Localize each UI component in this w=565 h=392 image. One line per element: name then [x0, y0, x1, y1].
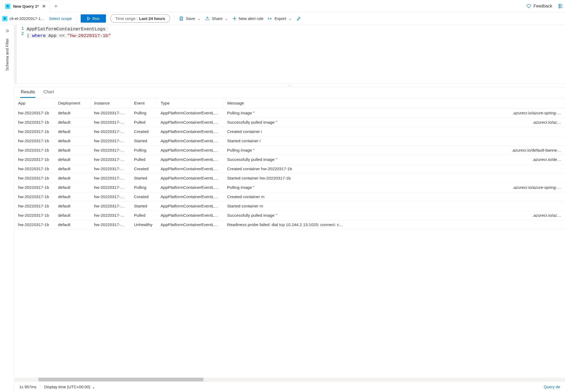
- message-text: Successfully pulled image ": [227, 213, 277, 218]
- run-label: Run: [92, 16, 100, 21]
- table-row[interactable]: hw-20220317-1bdefaulthw-20220317-1…Pulle…: [14, 211, 565, 220]
- table-row[interactable]: hw-20220317-1bdefaulthw-20220317-1…Creat…: [14, 192, 565, 202]
- schema-filter-label[interactable]: Schema and Filter: [5, 38, 9, 145]
- expand-panel-icon[interactable]: [5, 29, 9, 33]
- table-row[interactable]: hw-20220317-1bdefaulthw-20220317-1…Pulle…: [14, 118, 565, 127]
- cell-event: Created: [130, 164, 157, 174]
- table-row[interactable]: hw-20220317-1bdefaulthw-20220317-1…Start…: [14, 174, 565, 183]
- cell-instance: hw-20220317-1…: [90, 146, 130, 155]
- col-header-type[interactable]: Type: [157, 98, 223, 109]
- time-range-value: Last 24 hours: [139, 16, 165, 21]
- message-extra: .azurecr.io/azure-spring-…: [513, 185, 561, 190]
- table-row[interactable]: hw-20220317-1bdefaulthw-20220317-1…Start…: [14, 202, 565, 211]
- cell-deployment: default: [54, 174, 90, 183]
- code-token-keyword: where: [32, 33, 46, 38]
- message-extra: .azurecr.io/default-banne…: [511, 148, 561, 153]
- close-tab-icon[interactable]: ✕: [42, 3, 46, 9]
- table-row[interactable]: hw-20220317-1bdefaulthw-20220317-1…Start…: [14, 136, 565, 146]
- tab-title: New Query 1*: [13, 4, 39, 9]
- table-row[interactable]: hw-20220317-1bdefaulthw-20220317-1…Pulli…: [14, 146, 565, 155]
- share-menu[interactable]: Share ⌄: [205, 16, 228, 21]
- col-header-app[interactable]: App: [14, 98, 54, 109]
- cell-deployment: default: [54, 146, 90, 155]
- cell-instance: hw-20220317-1…: [90, 174, 130, 183]
- cell-event: Pulling: [130, 146, 157, 155]
- scrollbar-thumb[interactable]: [38, 378, 203, 381]
- display-time-dropdown[interactable]: Display time (UTC+00:00) ⌄: [44, 385, 95, 389]
- export-menu[interactable]: Export ⌄: [268, 16, 292, 21]
- pin-button[interactable]: [296, 16, 301, 21]
- query-details-link[interactable]: Query de: [544, 385, 560, 389]
- time-range-label: Time range :: [115, 16, 138, 21]
- cell-app: hw-20220317-1b: [14, 192, 54, 202]
- table-row[interactable]: hw-20220317-1bdefaulthw-20220317-1…Pulli…: [14, 183, 565, 192]
- cell-type: AppPlatformContainerEventLogs: [157, 127, 223, 136]
- chevron-down-icon: ⌄: [225, 16, 228, 21]
- cell-event: Unhealthy: [130, 220, 157, 230]
- line-gutter: 12: [17, 25, 27, 83]
- queries-hub-icon[interactable]: [558, 3, 563, 9]
- time-range-picker[interactable]: Time range : Last 24 hours: [110, 14, 170, 23]
- table-row[interactable]: hw-20220317-1bdefaulthw-20220317-1…Pulli…: [14, 109, 565, 118]
- table-row[interactable]: hw-20220317-1bdefaulthw-20220317-1…Creat…: [14, 127, 565, 136]
- cell-event: Created: [130, 192, 157, 202]
- svg-rect-3: [559, 6, 560, 6]
- cell-instance: hw-20220317-1…: [90, 202, 130, 211]
- message-extra: .azurecr.io/azure-spring-…: [513, 111, 561, 115]
- cell-instance: hw-20220317-1…: [90, 136, 130, 146]
- message-extra: .azurecr.io/az…: [533, 213, 561, 218]
- new-tab-button[interactable]: [52, 2, 60, 10]
- cell-type: AppPlatformContainerEventLogs: [157, 174, 223, 183]
- cell-app: hw-20220317-1b: [14, 109, 54, 118]
- new-alert-rule-button[interactable]: New alert rule: [232, 16, 264, 21]
- cell-app: hw-20220317-1b: [14, 146, 54, 155]
- save-menu[interactable]: Save ⌄: [179, 16, 200, 21]
- message-text: Pulling image ": [227, 185, 255, 190]
- col-header-instance[interactable]: Instance: [90, 98, 130, 109]
- run-button[interactable]: Run: [81, 14, 106, 23]
- display-time-label: Display time (UTC+00:00): [44, 385, 90, 389]
- editor-left-splitter[interactable]: [14, 25, 17, 83]
- col-header-message[interactable]: Message: [223, 98, 565, 109]
- share-label: Share: [212, 16, 223, 21]
- cell-type: AppPlatformContainerEventLogs: [157, 220, 223, 230]
- table-row[interactable]: hw-20220317-1bdefaulthw-20220317-1…Pulle…: [14, 155, 565, 164]
- cell-event: Pulling: [130, 109, 157, 118]
- tab-results[interactable]: Results: [20, 88, 35, 98]
- heart-icon: [526, 3, 531, 9]
- results-tabs: Results Chart: [14, 87, 565, 98]
- status-divider: [40, 384, 40, 390]
- results-grid[interactable]: App Deployment Instance Event Type Messa…: [14, 98, 565, 378]
- cell-event: Pulled: [130, 118, 157, 127]
- svg-rect-10: [181, 19, 182, 20]
- scope-crumb[interactable]: ⧉ cli-et-20220317-1…: [2, 16, 45, 21]
- cell-instance: hw-20220317-1…: [90, 155, 130, 164]
- col-header-deployment[interactable]: Deployment: [54, 98, 90, 109]
- cell-instance: hw-20220317-1…: [90, 127, 130, 136]
- feedback-button[interactable]: Feedback: [526, 3, 552, 9]
- new-alert-label: New alert rule: [239, 16, 264, 21]
- cell-event: Created: [130, 127, 157, 136]
- col-header-event[interactable]: Event: [130, 98, 157, 109]
- kql-editor[interactable]: 12 AppPlatformContainerEventLogs | where…: [14, 25, 565, 84]
- cell-app: hw-20220317-1b: [14, 211, 54, 220]
- cell-app: hw-20220317-1b: [14, 136, 54, 146]
- horizontal-scrollbar[interactable]: [14, 378, 565, 381]
- svg-rect-9: [181, 17, 182, 18]
- tab-chart[interactable]: Chart: [43, 88, 54, 98]
- workspace-icon: ⧉: [2, 16, 7, 21]
- cell-message: Successfully pulled image ".azurecr.io/a…: [223, 211, 565, 220]
- chevron-down-icon: ⌄: [288, 16, 292, 21]
- table-row[interactable]: hw-20220317-1bdefaulthw-20220317-1…Unhea…: [14, 220, 565, 230]
- query-tab[interactable]: ⧉ New Query 1* ✕: [2, 0, 50, 12]
- cell-deployment: default: [54, 127, 90, 136]
- select-scope-link[interactable]: Select scope: [49, 16, 72, 21]
- table-row[interactable]: hw-20220317-1bdefaulthw-20220317-1…Creat…: [14, 164, 565, 174]
- cell-instance: hw-20220317-1…: [90, 211, 130, 220]
- query-tab-strip: ⧉ New Query 1* ✕ Feedback: [0, 0, 565, 12]
- code-content[interactable]: AppPlatformContainerEventLogs | where Ap…: [27, 25, 111, 83]
- cell-deployment: default: [54, 118, 90, 127]
- chevron-down-icon: ⌄: [92, 385, 95, 389]
- vertical-resize-handle[interactable]: ⋯: [14, 84, 565, 87]
- cell-event: Pulled: [130, 155, 157, 164]
